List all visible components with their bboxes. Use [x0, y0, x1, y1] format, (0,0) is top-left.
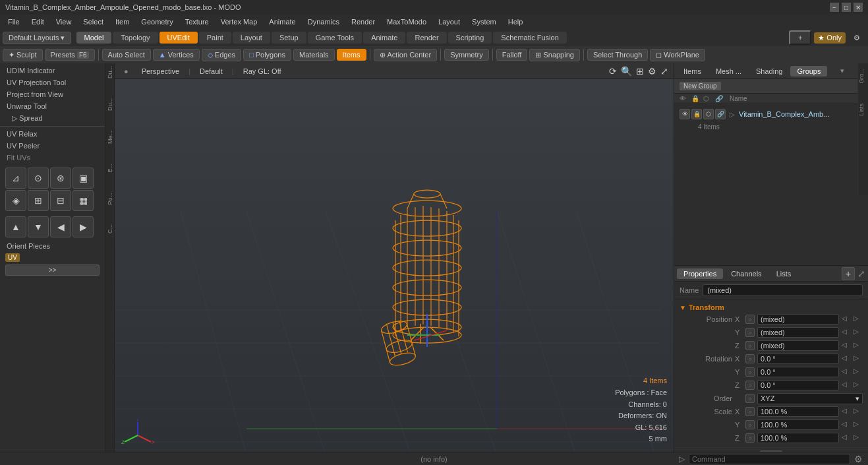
- scale-x-lock[interactable]: ○: [745, 407, 755, 416]
- menu-view[interactable]: View: [51, 16, 77, 27]
- menu-help[interactable]: Help: [503, 16, 529, 27]
- pos-z-lock[interactable]: ○: [745, 341, 755, 350]
- transform-header[interactable]: ▼ Transform: [674, 302, 868, 313]
- auto-select-button[interactable]: Auto Select: [102, 49, 151, 61]
- arrow-up-btn[interactable]: ▲: [5, 216, 26, 237]
- order-dropdown[interactable]: XYZ ▾: [757, 393, 863, 404]
- sidebar-item-uvprojection[interactable]: UV Projection Tool: [0, 77, 105, 88]
- expand-button[interactable]: >>: [5, 264, 100, 276]
- new-group-button[interactable]: New Group: [680, 82, 721, 90]
- scale-y-lock[interactable]: ○: [745, 420, 755, 429]
- scale-x-input[interactable]: 100.0 %: [757, 406, 839, 417]
- tab-schematic[interactable]: Schematic Fusion: [493, 32, 566, 44]
- sidebar-item-uvpeeler[interactable]: UV Peeler: [0, 140, 105, 152]
- name-value[interactable]: (mixed): [703, 284, 863, 296]
- pos-y-lock[interactable]: ○: [745, 328, 755, 337]
- vp-rotate-icon[interactable]: ⟳: [609, 66, 617, 77]
- edges-button[interactable]: ◇ Edges: [202, 49, 241, 61]
- tool-icon-3[interactable]: ⊛: [50, 168, 71, 189]
- command-input[interactable]: [689, 454, 850, 464]
- rp-tab-mesh[interactable]: Mesh ...: [709, 66, 748, 77]
- sidebar-item-uvrelax[interactable]: UV Relax: [0, 128, 105, 140]
- action-center-button[interactable]: ⊕ Action Center: [374, 49, 438, 61]
- arrow-down-btn[interactable]: ▼: [28, 216, 49, 237]
- tool-icon-2[interactable]: ⊙: [28, 168, 49, 189]
- sculpt-button[interactable]: ✦ Sculpt: [3, 49, 43, 61]
- props-tab-properties[interactable]: Properties: [677, 268, 723, 279]
- tab-paint[interactable]: Paint: [199, 32, 231, 44]
- vp-search-icon[interactable]: 🔍: [621, 66, 632, 77]
- vp-shading[interactable]: Default: [196, 66, 227, 77]
- vis-lock-icon[interactable]: 🔒: [691, 109, 702, 119]
- props-expand-icon[interactable]: ⤢: [857, 268, 865, 279]
- vertices-button[interactable]: ▲ Vertices: [153, 49, 200, 61]
- pos-x-input[interactable]: (mixed): [757, 314, 839, 325]
- command-settings-icon[interactable]: ⚙: [854, 454, 863, 464]
- rp-tab-items[interactable]: Items: [677, 66, 708, 77]
- props-add-button[interactable]: +: [842, 267, 855, 280]
- rp-tab-chevron[interactable]: ▾: [840, 67, 844, 75]
- rot-z-lock[interactable]: ○: [745, 381, 755, 390]
- pos-y-input[interactable]: (mixed): [757, 327, 839, 338]
- menu-system[interactable]: System: [467, 16, 502, 27]
- vis-render-icon[interactable]: ⬡: [703, 109, 714, 119]
- tool-icon-6[interactable]: ⊞: [28, 190, 49, 211]
- menu-dynamics[interactable]: Dynamics: [303, 16, 345, 27]
- tool-icon-1[interactable]: ⊿: [5, 168, 26, 189]
- arrow-left-btn[interactable]: ◀: [50, 216, 71, 237]
- layout-dropdown[interactable]: Default Layouts ▾: [3, 32, 71, 44]
- menu-maxtomodo[interactable]: MaxToModo: [382, 16, 432, 27]
- sidebar-item-orient[interactable]: Orient Pieces: [0, 240, 105, 252]
- settings-icon[interactable]: ⚙: [848, 32, 865, 44]
- vp-settings-icon[interactable]: ⚙: [648, 66, 656, 77]
- sidebar-item-fituvs[interactable]: Fit UVs: [0, 152, 105, 164]
- viewport-canvas[interactable]: .grid-line { stroke: #5a6070; stroke-wid…: [115, 79, 674, 452]
- rot-x-lock[interactable]: ○: [745, 354, 755, 363]
- menu-item[interactable]: Item: [110, 16, 134, 27]
- workplane-button[interactable]: ◻ WorkPlane: [650, 49, 705, 61]
- pos-z-input[interactable]: (mixed): [757, 340, 839, 351]
- props-tab-channels[interactable]: Channels: [724, 268, 768, 279]
- tool-icon-5[interactable]: ◈: [5, 190, 26, 211]
- scale-y-input[interactable]: 100.0 %: [757, 419, 839, 430]
- menu-vertex-map[interactable]: Vertex Map: [216, 16, 263, 27]
- arrow-right-btn[interactable]: ▶: [72, 216, 94, 237]
- select-through-button[interactable]: Select Through: [587, 49, 648, 61]
- menu-animate[interactable]: Animate: [264, 16, 301, 27]
- props-tab-lists[interactable]: Lists: [770, 268, 798, 279]
- scale-z-input[interactable]: 100.0 %: [757, 433, 839, 443]
- menu-edit[interactable]: Edit: [26, 16, 49, 27]
- close-button[interactable]: ✕: [854, 3, 863, 12]
- sidebar-item-projectfromview[interactable]: Project from View: [0, 88, 105, 100]
- rot-y-input[interactable]: 0.0 °: [757, 367, 839, 377]
- minimize-button[interactable]: −: [830, 3, 839, 12]
- tool-icon-4[interactable]: ▣: [72, 168, 94, 189]
- tab-layout[interactable]: Layout: [233, 32, 270, 44]
- menu-file[interactable]: File: [3, 16, 25, 27]
- vp-grid-icon[interactable]: ⊞: [636, 66, 644, 77]
- menu-geometry[interactable]: Geometry: [136, 16, 178, 27]
- pos-x-lock[interactable]: ○: [745, 315, 755, 324]
- item-row-group[interactable]: 👁 🔒 ⬡ 🔗 ▷ Vitamin_B_Complex_Amb...: [674, 107, 868, 121]
- rot-y-lock[interactable]: ○: [745, 367, 755, 377]
- scale-z-lock[interactable]: ○: [745, 433, 755, 443]
- tab-topology[interactable]: Topology: [113, 32, 158, 44]
- tool-icon-8[interactable]: ▦: [72, 190, 94, 211]
- tab-uvedit[interactable]: UVEdit: [159, 32, 198, 44]
- tab-scripting[interactable]: Scripting: [448, 32, 492, 44]
- snapping-button[interactable]: ⊞ Snapping: [529, 49, 580, 61]
- vis-link-icon[interactable]: 🔗: [715, 109, 726, 119]
- rp-tab-groups[interactable]: Groups: [790, 66, 827, 77]
- sidebar-item-udim[interactable]: UDIM Indicator: [0, 65, 105, 77]
- order-lock[interactable]: ○: [745, 394, 755, 403]
- rp-tab-shading[interactable]: Shading: [749, 66, 789, 77]
- symmetry-button[interactable]: Symmetry: [444, 49, 489, 61]
- materials-button[interactable]: Materials: [293, 49, 335, 61]
- tool-icon-7[interactable]: ⊟: [50, 190, 71, 211]
- tab-model[interactable]: Model: [76, 32, 112, 44]
- rot-z-input[interactable]: 0.0 °: [757, 380, 839, 390]
- tab-gametools[interactable]: Game Tools: [308, 32, 362, 44]
- vp-perspective[interactable]: Perspective: [138, 66, 183, 77]
- vp-expand-icon[interactable]: ⤢: [660, 66, 668, 77]
- polygons-button[interactable]: □ Polygons: [243, 49, 291, 61]
